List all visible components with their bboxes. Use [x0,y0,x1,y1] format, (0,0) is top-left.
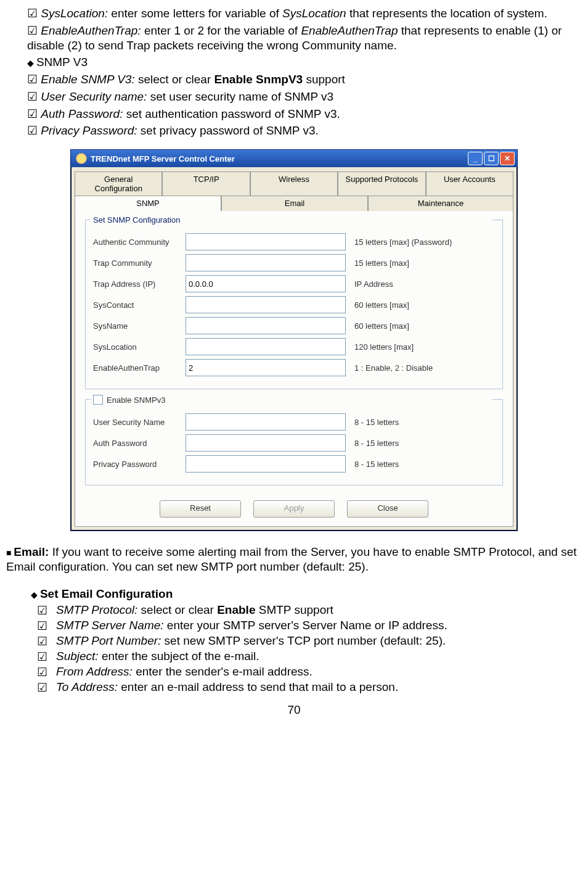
text: select or clear [137,603,217,616]
reset-button[interactable]: Reset [160,500,241,518]
label: SysLocation [93,342,186,352]
syscontact-input[interactable] [186,296,346,313]
hint: 15 letters [max] [354,258,409,268]
row-trap-address: Trap Address (IP) IP Address [93,275,495,292]
tab-protocols[interactable]: Supported Protocols [338,171,425,196]
maximize-button[interactable]: ☐ [484,152,499,165]
text: set privacy password of SNMP v3. [137,124,319,137]
var-italic: EnableAuthenTrap [301,24,398,37]
row-authentic-community: Authentic Community 15 letters [max] (Pa… [93,233,495,250]
label: Trap Community [93,258,186,268]
tab-general[interactable]: General Configuration [75,171,162,196]
subject-label: Subject: [56,650,99,663]
smtp-server-label: SMTP Server Name: [56,619,164,632]
tab-maintenance[interactable]: Maintenance [368,196,513,211]
enableauthen-label: EnableAuthenTrap: [41,24,141,37]
text: enter an e-mail address to send that mai… [118,680,398,693]
text: that represents the location of system. [346,7,547,20]
fieldset-snmpv3: Enable SNMPv3 User Security Name 8 - 15 … [85,399,503,485]
label: Trap Address (IP) [93,279,186,289]
smtp-port-label: SMTP Port Number: [56,634,161,647]
text: enter the sender's e-mail address. [133,665,312,678]
snmpv3-heading: SNMP V3 [36,56,88,68]
text: set new SMTP server's TCP port number (d… [161,634,446,647]
app-icon [76,153,87,164]
hint: 120 letters [max] [354,342,414,352]
row-trap-community: Trap Community 15 letters [max] [93,254,495,271]
row-enableauthentrap: EnableAuthenTrap 1 : Enable, 2 : Disable [93,359,495,376]
apply-button[interactable]: Apply [253,500,335,518]
set-email-heading: Set Email Configuration [40,587,173,600]
label: Privacy Password [93,460,186,469]
tab-snmp[interactable]: SNMP [75,196,221,211]
from-label: From Address: [56,665,133,678]
hint: 15 letters [max] (Password) [354,237,452,247]
hint: 60 letters [max] [354,300,409,310]
row-auth-password: Auth Password 8 - 15 letters [93,434,495,452]
privacy-password-input[interactable] [186,455,346,473]
hint: 8 - 15 letters [354,418,399,427]
hint: 8 - 15 letters [354,460,399,469]
row-privacy-password: Privacy Password 8 - 15 letters [93,455,495,473]
text: set user security name of SNMP v3 [147,90,333,103]
hint: 60 letters [max] [354,321,409,331]
syslocation-input[interactable] [186,338,346,355]
text: enter 1 or 2 for the variable of [141,24,301,37]
label: EnableAuthenTrap [93,363,186,373]
trap-address-input[interactable] [186,275,346,292]
trap-community-input[interactable] [186,254,346,271]
bold-text: Enable SnmpV3 [214,73,303,86]
tab-user-accounts[interactable]: User Accounts [426,171,513,196]
tab-wireless[interactable]: Wireless [250,171,338,196]
row-user-security-name: User Security Name 8 - 15 letters [93,413,495,431]
label: SysName [93,321,186,331]
user-security-name-input[interactable] [186,413,346,431]
window-title: TRENDnet MFP Server Control Center [91,154,235,163]
to-label: To Address: [56,680,118,693]
usersec-label: User Security name: [41,90,147,103]
privpw-label: Privacy Password: [41,124,137,137]
email-text: If you want to receive some alerting mai… [6,545,577,573]
minimize-button[interactable]: _ [468,152,483,165]
text: set authentication password of SNMP v3. [123,107,340,120]
label: SysContact [93,300,186,310]
authpw-label: Auth Password: [41,107,123,120]
row-syscontact: SysContact 60 letters [max] [93,296,495,313]
smtp-proto-label: SMTP Protocol: [56,603,137,616]
titlebar: TRENDnet MFP Server Control Center _ ☐ ✕ [71,150,517,167]
var-italic: SysLocation [282,7,346,20]
hint: 8 - 15 letters [354,439,399,448]
label: Auth Password [93,439,186,448]
close-button[interactable]: ✕ [500,152,515,165]
text: enter some letters for variable of [108,7,282,20]
text: enter your SMTP server's Server Name or … [164,619,447,632]
text: SMTP support [255,603,333,616]
text: enter the subject of the e-mail. [99,650,259,663]
text: support [303,73,345,86]
enable-snmpv3-label: Enable SNMP V3: [41,73,134,86]
syslocation-label: SysLocation: [41,7,108,20]
row-sysname: SysName 60 letters [max] [93,317,495,334]
fieldset-snmp-config: Set SNMP Configuration Authentic Communi… [85,220,503,389]
tab-email[interactable]: Email [221,196,368,211]
authentic-community-input[interactable] [186,233,346,250]
enable-snmpv3-label: Enable SNMPv3 [107,395,165,405]
auth-password-input[interactable] [186,434,346,452]
enable-snmpv3-checkbox[interactable] [93,395,103,405]
enableauthentrap-input[interactable] [186,359,346,376]
row-syslocation: SysLocation 120 letters [max] [93,338,495,355]
fieldset-legend: Set SNMP Configuration [91,215,492,225]
sysname-input[interactable] [186,317,346,334]
page-number: 70 [6,703,582,717]
label: User Security Name [93,418,186,427]
label: Authentic Community [93,237,186,247]
hint: 1 : Enable, 2 : Disable [354,363,433,373]
tab-tcpip[interactable]: TCP/IP [162,171,250,196]
close-button-panel[interactable]: Close [347,500,428,518]
hint: IP Address [354,279,393,289]
bold: Enable [217,603,255,616]
email-heading: Email: [14,545,49,558]
app-window: TRENDnet MFP Server Control Center _ ☐ ✕… [70,149,518,531]
text: select or clear [135,73,214,86]
